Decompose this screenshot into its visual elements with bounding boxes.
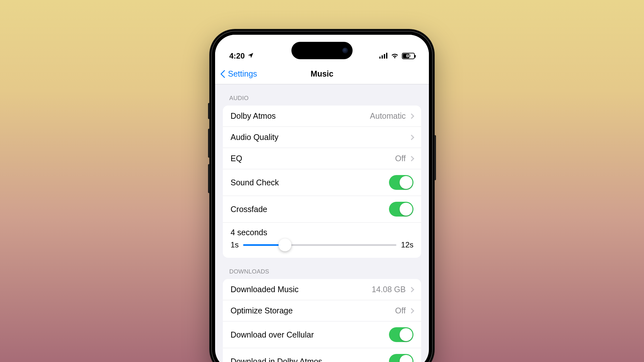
dynamic-island <box>291 42 353 59</box>
row-label: Download in Dolby Atmos <box>231 357 322 362</box>
svg-rect-0 <box>379 57 381 59</box>
chevron-right-icon <box>409 113 414 119</box>
row-sound-check: Sound Check <box>223 169 421 196</box>
row-label: Dolby Atmos <box>231 111 276 121</box>
crossfade-slider[interactable] <box>243 244 396 246</box>
cellular-icon <box>379 51 388 60</box>
slider-min-label: 1s <box>231 240 239 249</box>
group-downloads: Downloaded Music 14.08 GB Optimize Stora… <box>223 279 421 362</box>
toggle-download-dolby[interactable] <box>389 354 413 362</box>
battery-icon: 60 <box>402 53 415 59</box>
row-dolby-atmos[interactable]: Dolby Atmos Automatic <box>223 106 421 127</box>
svg-rect-3 <box>386 53 387 59</box>
row-label: Downloaded Music <box>231 285 298 294</box>
row-eq[interactable]: EQ Off <box>223 148 421 169</box>
toggle-download-cellular[interactable] <box>389 327 413 342</box>
row-label: Audio Quality <box>231 133 279 142</box>
row-value: Off <box>395 154 406 163</box>
chevron-right-icon <box>409 156 414 161</box>
content: AUDIO Dolby Atmos Automatic Audio Qualit… <box>215 84 429 362</box>
row-label: Crossfade <box>231 205 267 214</box>
toggle-crossfade[interactable] <box>389 202 413 217</box>
row-label: Sound Check <box>231 178 279 187</box>
row-download-cellular: Download over Cellular <box>223 321 421 348</box>
row-optimize-storage[interactable]: Optimize Storage Off <box>223 300 421 321</box>
back-label: Settings <box>228 69 257 79</box>
status-time: 4:20 <box>229 51 245 60</box>
screen: 4:20 60 Setti <box>215 35 429 362</box>
camera-icon <box>342 48 348 53</box>
mute-switch <box>208 103 210 119</box>
row-download-dolby: Download in Dolby Atmos <box>223 348 421 362</box>
chevron-right-icon <box>409 308 414 313</box>
slider-value-label: 4 seconds <box>231 228 413 237</box>
toggle-sound-check[interactable] <box>389 175 413 190</box>
section-header-audio: AUDIO <box>215 84 429 106</box>
location-icon <box>247 51 254 60</box>
chevron-left-icon <box>220 70 228 78</box>
page-title: Music <box>311 69 334 79</box>
row-crossfade: Crossfade <box>223 196 421 223</box>
svg-rect-1 <box>382 55 383 59</box>
row-label: EQ <box>231 154 242 163</box>
wifi-icon <box>391 51 399 60</box>
row-audio-quality[interactable]: Audio Quality <box>223 127 421 148</box>
row-crossfade-slider: 4 seconds 1s 12s <box>223 223 421 258</box>
row-value: Automatic <box>370 111 406 121</box>
svg-rect-2 <box>384 54 385 59</box>
chevron-right-icon <box>409 287 414 292</box>
row-value: Off <box>395 306 406 315</box>
phone-frame: 4:20 60 Setti <box>209 29 435 362</box>
battery-text: 60 <box>402 54 414 58</box>
row-label: Optimize Storage <box>231 306 293 315</box>
row-label: Download over Cellular <box>231 330 314 339</box>
power-button <box>434 135 436 180</box>
row-value: 14.08 GB <box>372 285 406 294</box>
row-downloaded-music[interactable]: Downloaded Music 14.08 GB <box>223 279 421 300</box>
nav-bar: Settings Music <box>215 64 429 84</box>
chevron-right-icon <box>409 135 414 140</box>
slider-thumb[interactable] <box>279 238 291 251</box>
volume-up-button <box>208 129 210 158</box>
group-audio: Dolby Atmos Automatic Audio Quality EQ <box>223 106 421 258</box>
back-button[interactable]: Settings <box>222 64 257 84</box>
section-header-downloads: DOWNLOADS <box>215 258 429 279</box>
volume-down-button <box>208 164 210 193</box>
slider-max-label: 12s <box>401 240 413 249</box>
